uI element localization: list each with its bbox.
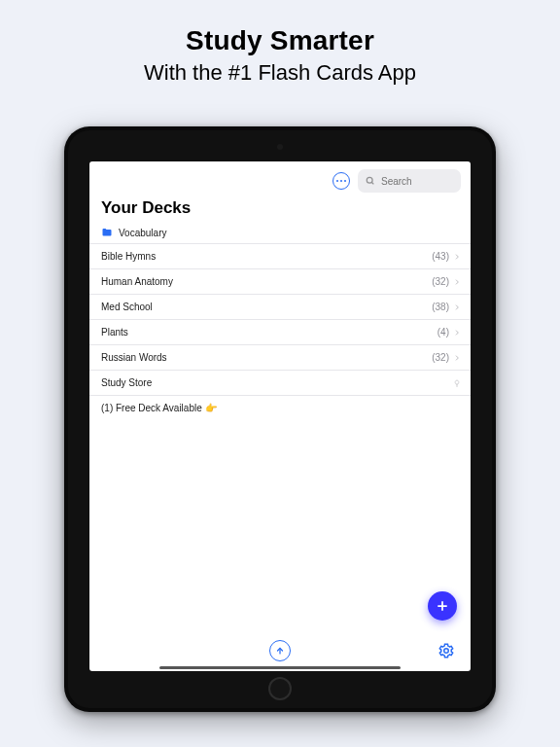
home-indicator xyxy=(159,666,401,669)
app-screen: Your Decks Vocabulary Bible Hymns(43)Hum… xyxy=(89,161,471,671)
folder-name: Vocabulary xyxy=(119,228,166,238)
deck-count: (38) xyxy=(432,302,449,312)
deck-name: Bible Hymns xyxy=(101,251,156,262)
add-deck-button[interactable] xyxy=(428,591,457,621)
deck-name: Plants xyxy=(101,327,128,338)
topbar xyxy=(89,161,471,198)
chevron-right-icon xyxy=(453,329,461,337)
chevron-right-icon xyxy=(453,278,461,286)
deck-count: (32) xyxy=(432,352,449,363)
deck-count: (32) xyxy=(432,276,449,287)
deck-row[interactable]: Plants(4) xyxy=(89,320,471,345)
search-icon xyxy=(366,176,375,186)
deck-count: (4) xyxy=(438,327,449,338)
more-icon xyxy=(344,180,346,182)
bottom-toolbar xyxy=(89,636,471,665)
deck-name: Med School xyxy=(101,302,153,312)
more-button[interactable] xyxy=(332,172,350,190)
deck-row[interactable]: Russian Words(32) xyxy=(89,345,471,371)
section-title: Your Decks xyxy=(89,198,471,222)
deck-name: Human Anatomy xyxy=(101,276,173,287)
deck-name: Russian Words xyxy=(101,352,167,363)
chevron-right-icon xyxy=(453,253,461,261)
deck-row[interactable]: Bible Hymns(43) xyxy=(89,244,471,269)
free-deck-promo[interactable]: (1) Free Deck Available 👉 xyxy=(89,396,471,420)
deck-list: Bible Hymns(43)Human Anatomy(32)Med Scho… xyxy=(89,244,471,371)
device-frame: Your Decks Vocabulary Bible Hymns(43)Hum… xyxy=(64,126,496,712)
hero-title: Study Smarter xyxy=(0,25,560,56)
search-input[interactable] xyxy=(379,175,441,188)
hero-subtitle: With the #1 Flash Cards App xyxy=(0,60,560,86)
deck-row[interactable]: Human Anatomy(32) xyxy=(89,269,471,295)
lightbulb-icon xyxy=(453,379,461,387)
svg-point-0 xyxy=(367,177,372,183)
study-store-row[interactable]: Study Store xyxy=(89,371,471,396)
upload-button[interactable] xyxy=(269,640,291,661)
more-icon xyxy=(336,180,338,182)
device-camera xyxy=(277,144,283,150)
folder-row[interactable]: Vocabulary xyxy=(89,222,471,244)
search-field[interactable] xyxy=(358,169,461,193)
deck-row[interactable]: Med School(38) xyxy=(89,295,471,320)
plus-icon xyxy=(436,599,449,613)
folder-icon xyxy=(101,227,113,238)
gear-icon xyxy=(438,642,455,659)
device-home-button xyxy=(268,677,292,700)
chevron-right-icon xyxy=(453,354,461,362)
svg-point-4 xyxy=(444,649,449,654)
study-store-label: Study Store xyxy=(101,377,152,388)
chevron-right-icon xyxy=(453,303,461,311)
more-icon xyxy=(340,180,342,182)
settings-button[interactable] xyxy=(436,640,457,661)
deck-count: (43) xyxy=(432,251,449,262)
upload-icon xyxy=(275,646,285,656)
svg-line-1 xyxy=(371,182,373,184)
